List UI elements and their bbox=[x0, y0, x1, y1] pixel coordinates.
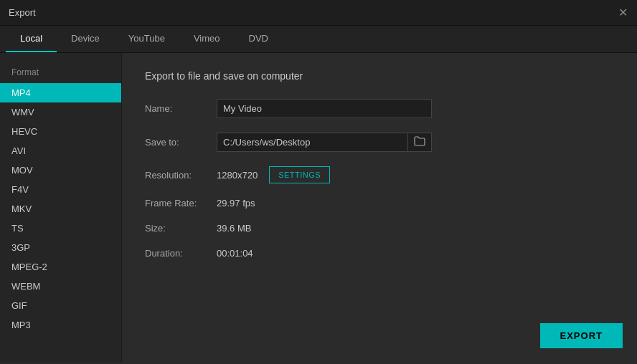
format-mp3[interactable]: MP3 bbox=[0, 315, 121, 335]
format-label: Format bbox=[0, 64, 121, 83]
resolution-label: Resolution: bbox=[145, 170, 217, 181]
tab-dvd[interactable]: DVD bbox=[235, 26, 283, 52]
format-f4v[interactable]: F4V bbox=[0, 180, 121, 199]
close-button[interactable]: ✕ bbox=[617, 7, 628, 19]
tab-vimeo[interactable]: Vimeo bbox=[179, 26, 235, 52]
duration-row: Duration: 00:01:04 bbox=[145, 248, 614, 259]
duration-label: Duration: bbox=[145, 248, 217, 259]
export-button[interactable]: EXPORT bbox=[540, 323, 623, 348]
save-to-input[interactable] bbox=[217, 133, 407, 151]
main-content: Format MP4 WMV HEVC AVI MOV F4V MKV TS 3… bbox=[0, 53, 637, 363]
sidebar: Format MP4 WMV HEVC AVI MOV F4V MKV TS 3… bbox=[0, 53, 122, 363]
resolution-value-container: 1280x720 SETTINGS bbox=[217, 166, 330, 183]
format-ts[interactable]: TS bbox=[0, 219, 121, 238]
format-3gp[interactable]: 3GP bbox=[0, 238, 121, 257]
name-label: Name: bbox=[145, 103, 217, 114]
title-bar: Export ✕ bbox=[0, 0, 637, 26]
size-label: Size: bbox=[145, 223, 217, 234]
dialog-title: Export bbox=[9, 7, 36, 18]
tab-local[interactable]: Local bbox=[6, 26, 57, 52]
tab-youtube[interactable]: YouTube bbox=[114, 26, 179, 52]
format-hevc[interactable]: HEVC bbox=[0, 122, 121, 141]
settings-button[interactable]: SETTINGS bbox=[269, 166, 330, 183]
save-to-row: Save to: bbox=[145, 133, 614, 152]
format-mkv[interactable]: MKV bbox=[0, 199, 121, 219]
folder-icon[interactable] bbox=[407, 133, 431, 151]
tab-device[interactable]: Device bbox=[57, 26, 114, 52]
tab-bar: Local Device YouTube Vimeo DVD bbox=[0, 26, 637, 53]
size-row: Size: 39.6 MB bbox=[145, 223, 614, 234]
framerate-label: Frame Rate: bbox=[145, 198, 217, 209]
save-to-container bbox=[217, 133, 432, 152]
name-row: Name: bbox=[145, 99, 614, 118]
resolution-value: 1280x720 bbox=[217, 170, 258, 181]
export-panel: Export to file and save on computer Name… bbox=[122, 53, 637, 363]
format-mp4[interactable]: MP4 bbox=[0, 83, 121, 102]
format-mov[interactable]: MOV bbox=[0, 161, 121, 180]
save-to-label: Save to: bbox=[145, 137, 217, 148]
framerate-value: 29.97 fps bbox=[217, 198, 255, 209]
format-wmv[interactable]: WMV bbox=[0, 102, 121, 122]
format-gif[interactable]: GIF bbox=[0, 296, 121, 315]
format-webm[interactable]: WEBM bbox=[0, 277, 121, 296]
panel-title: Export to file and save on computer bbox=[145, 70, 614, 82]
framerate-row: Frame Rate: 29.97 fps bbox=[145, 198, 614, 209]
size-value: 39.6 MB bbox=[217, 223, 251, 234]
format-avi[interactable]: AVI bbox=[0, 141, 121, 161]
name-input[interactable] bbox=[217, 99, 432, 118]
duration-value: 00:01:04 bbox=[217, 248, 253, 259]
resolution-row: Resolution: 1280x720 SETTINGS bbox=[145, 166, 614, 183]
format-mpeg2[interactable]: MPEG-2 bbox=[0, 257, 121, 277]
